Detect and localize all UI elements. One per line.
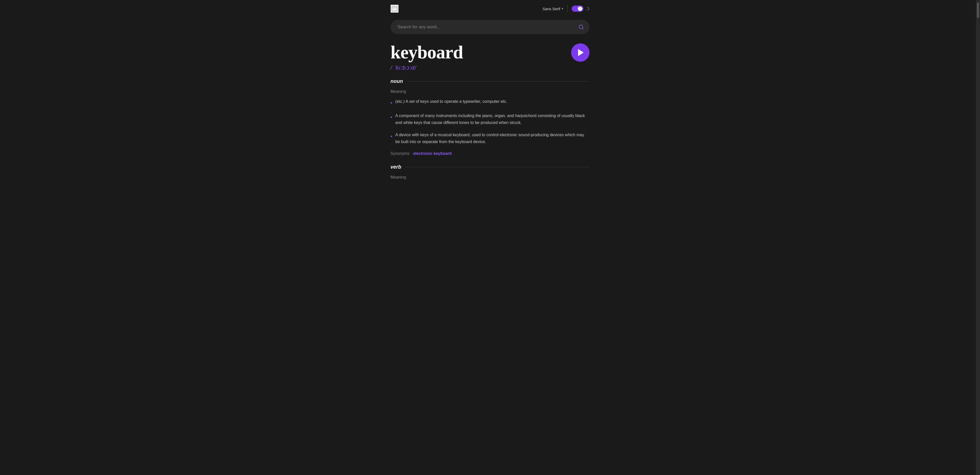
- chevron-down-icon: ▾: [562, 7, 563, 11]
- definition-text: (etc.) A set of keys used to operate a t…: [395, 98, 507, 105]
- scrollbar-vertical[interactable]: [976, 0, 980, 475]
- main-content: keyboard / ˈkiːbɔːd/ noun Meaning • (etc…: [390, 42, 590, 184]
- play-icon: [578, 49, 584, 56]
- svg-line-3: [582, 28, 583, 29]
- verb-pos-label: verb: [390, 164, 401, 170]
- definition-text: A device with keys of a musical keyboard…: [395, 131, 590, 145]
- definition-text: A component of many instruments includin…: [395, 112, 590, 126]
- pos-divider-line: [407, 81, 590, 81]
- search-icon: [578, 24, 584, 30]
- scrollbar-thumb: [977, 3, 979, 18]
- list-item: • A component of many instruments includ…: [390, 112, 590, 126]
- bullet-icon: •: [390, 98, 392, 107]
- word-header: keyboard: [390, 42, 590, 62]
- list-item: • A device with keys of a musical keyboa…: [390, 131, 590, 145]
- noun-meaning-label: Meaning: [390, 89, 590, 94]
- svg-rect-0: [392, 6, 397, 11]
- word-title: keyboard: [390, 42, 463, 62]
- verb-meaning-label: Meaning: [390, 175, 590, 180]
- bullet-icon: •: [390, 132, 392, 141]
- synonyms-row: Synonyms electronic keyboard: [390, 151, 590, 156]
- divider: [567, 5, 568, 12]
- menu-button[interactable]: [390, 5, 399, 13]
- font-label: Sans Serif: [542, 6, 560, 11]
- noun-pos-label: noun: [390, 78, 403, 84]
- noun-pos-row: noun: [390, 78, 590, 84]
- search-wrapper: [390, 20, 590, 34]
- moon-icon: ☽: [585, 6, 590, 11]
- bullet-icon: •: [390, 113, 392, 121]
- play-pronunciation-button[interactable]: [571, 43, 590, 62]
- search-container: [390, 20, 590, 34]
- verb-pos-row: verb: [390, 164, 590, 170]
- search-input[interactable]: [390, 20, 590, 34]
- synonym-link[interactable]: electronic keyboard: [413, 151, 452, 156]
- noun-definitions-list: • (etc.) A set of keys used to operate a…: [390, 98, 590, 145]
- synonyms-label: Synonyms: [390, 151, 410, 156]
- scrollbar-corner: [976, 471, 980, 475]
- theme-toggle-wrapper: ☽: [572, 6, 590, 12]
- search-button[interactable]: [578, 24, 584, 30]
- top-right-controls: Sans Serif ▾ ☽: [542, 5, 590, 12]
- dark-mode-toggle[interactable]: [572, 6, 584, 12]
- phonetic: / ˈkiːbɔːd/: [390, 65, 590, 71]
- toggle-knob: [578, 6, 582, 11]
- font-selector[interactable]: Sans Serif ▾: [542, 6, 563, 11]
- list-item: • (etc.) A set of keys used to operate a…: [390, 98, 590, 107]
